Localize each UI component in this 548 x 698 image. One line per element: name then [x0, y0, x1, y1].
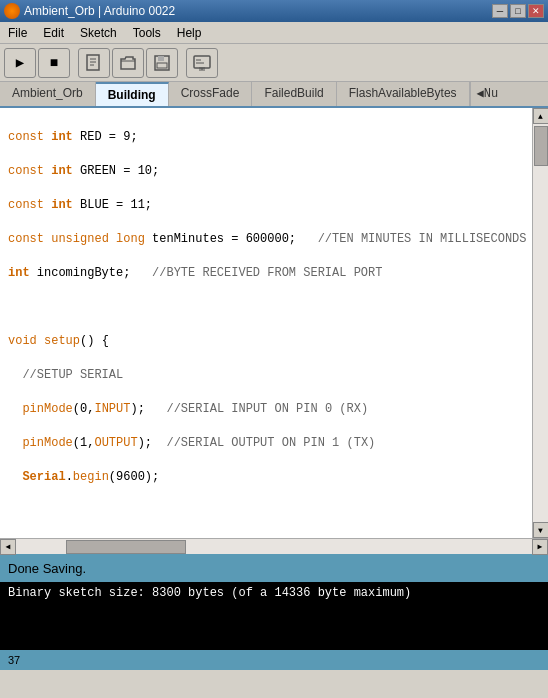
- close-button[interactable]: ✕: [528, 4, 544, 18]
- code-line-8: //SETUP SERIAL: [0, 367, 532, 384]
- status-message: Done Saving.: [8, 561, 86, 576]
- line-number: 37: [8, 654, 20, 666]
- svg-rect-7: [157, 63, 167, 68]
- menu-sketch[interactable]: Sketch: [72, 24, 125, 42]
- scroll-right-arrow[interactable]: ▶: [532, 539, 548, 555]
- minimize-button[interactable]: ─: [492, 4, 508, 18]
- menu-edit[interactable]: Edit: [35, 24, 72, 42]
- tab-failedBuild[interactable]: FailedBuild: [252, 82, 336, 106]
- scroll-thumb-h[interactable]: [66, 540, 186, 554]
- code-line-1: const int RED = 9;: [0, 129, 532, 146]
- status-bar: Done Saving.: [0, 554, 548, 582]
- tabs: Ambient_Orb Building CrossFade FailedBui…: [0, 82, 548, 108]
- toolbar: ▶ ■: [0, 44, 548, 82]
- code-editor[interactable]: const int RED = 9; const int GREEN = 10;…: [0, 108, 532, 538]
- code-line-10: pinMode(1,OUTPUT); //SERIAL OUTPUT ON PI…: [0, 435, 532, 452]
- maximize-button[interactable]: □: [510, 4, 526, 18]
- app-icon: [4, 3, 20, 19]
- tab-ambient-orb[interactable]: Ambient_Orb: [0, 82, 96, 106]
- title-bar: Ambient_Orb | Arduino 0022 ─ □ ✕: [0, 0, 548, 22]
- run-button[interactable]: ▶: [4, 48, 36, 78]
- code-line-11: Serial.begin(9600);: [0, 469, 532, 486]
- code-line-4: const unsigned long tenMinutes = 600000;…: [0, 231, 532, 248]
- editor-container: const int RED = 9; const int GREEN = 10;…: [0, 108, 548, 538]
- code-line-3: const int BLUE = 11;: [0, 197, 532, 214]
- menu-tools[interactable]: Tools: [125, 24, 169, 42]
- vertical-scrollbar[interactable]: ▲ ▼: [532, 108, 548, 538]
- save-button[interactable]: [146, 48, 178, 78]
- scroll-thumb-v[interactable]: [534, 126, 548, 166]
- horizontal-scrollbar[interactable]: ◀ ▶: [0, 538, 548, 554]
- code-line-12: [0, 503, 532, 520]
- code-line-6: [0, 299, 532, 316]
- window-title: Ambient_Orb | Arduino 0022: [24, 4, 175, 18]
- scroll-track-h[interactable]: [16, 539, 532, 554]
- window-controls[interactable]: ─ □ ✕: [492, 4, 544, 18]
- svg-rect-8: [194, 56, 210, 68]
- menu-bar: File Edit Sketch Tools Help: [0, 22, 548, 44]
- menu-file[interactable]: File: [0, 24, 35, 42]
- console-area: Binary sketch size: 8300 bytes (of a 143…: [0, 582, 548, 650]
- scroll-down-arrow[interactable]: ▼: [533, 522, 549, 538]
- scroll-track-v[interactable]: [533, 124, 548, 522]
- serial-monitor-button[interactable]: [186, 48, 218, 78]
- code-line-9: pinMode(0,INPUT); //SERIAL INPUT ON PIN …: [0, 401, 532, 418]
- console-output: Binary sketch size: 8300 bytes (of a 143…: [8, 586, 411, 600]
- code-line-13: //SET ARDUINO R,G,B PINS FOR OUTPUT: [0, 537, 532, 538]
- bottom-bar: 37: [0, 650, 548, 670]
- title-bar-left: Ambient_Orb | Arduino 0022: [4, 3, 175, 19]
- code-line-5: int incomingByte; //BYTE RECEIVED FROM S…: [0, 265, 532, 282]
- scroll-left-arrow[interactable]: ◀: [0, 539, 16, 555]
- tab-crossfade[interactable]: CrossFade: [169, 82, 253, 106]
- tab-flashAvailableBytes[interactable]: FlashAvailableBytes: [337, 82, 470, 106]
- stop-button[interactable]: ■: [38, 48, 70, 78]
- svg-rect-6: [158, 56, 164, 61]
- code-line-2: const int GREEN = 10;: [0, 163, 532, 180]
- tab-building[interactable]: Building: [96, 82, 169, 106]
- scroll-up-arrow[interactable]: ▲: [533, 108, 549, 124]
- tab-more-button[interactable]: ◀Nu: [470, 82, 505, 106]
- open-button[interactable]: [112, 48, 144, 78]
- code-line-7: void setup() {: [0, 333, 532, 350]
- menu-help[interactable]: Help: [169, 24, 210, 42]
- new-button[interactable]: [78, 48, 110, 78]
